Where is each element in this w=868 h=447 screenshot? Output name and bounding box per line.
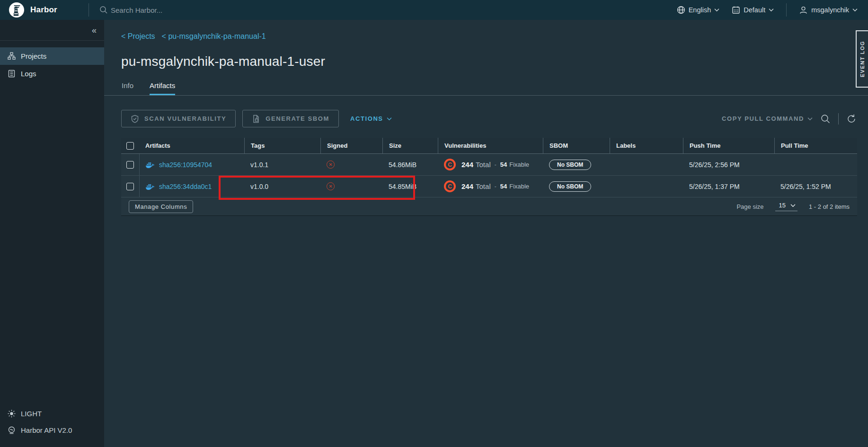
column-header-artifacts[interactable]: Artifacts [139,138,244,153]
tag-cell: v1.0.0 [244,176,320,197]
column-header-size[interactable]: Size [382,138,438,153]
artifacts-table: Artifacts Tags Signed Size Vulnerabiliti… [121,138,857,216]
collapse-sidebar-icon[interactable]: « [92,26,97,35]
filter-search-icon[interactable] [820,114,831,124]
language-label: English [689,6,711,14]
no-sbom-badge[interactable]: No SBOM [549,181,591,192]
vulnerabilities-cell[interactable]: C 244 Total - 54 Fixable [438,154,543,175]
registry-label: Default [744,6,765,14]
projects-icon [8,52,16,60]
artifact-digest-text: sha256:10954704 [159,161,212,169]
sidebar-item-label: Logs [21,70,36,78]
language-menu[interactable]: English [677,6,720,14]
globe-icon [677,6,685,14]
harbor-logo-icon [9,2,25,18]
sidebar-item-label: Projects [21,52,46,60]
registry-icon [732,6,740,14]
topbar-divider [786,3,787,17]
copy-pull-command-button[interactable]: COPY PULL COMMAND [722,115,813,122]
not-signed-icon: ✕ [327,182,335,190]
manage-columns-button[interactable]: Manage Columns [129,200,193,213]
shield-check-icon [131,115,139,123]
row-checkbox[interactable] [126,183,134,190]
page-title: pu-msgalynchik-pa-manual-1-user [104,41,868,69]
docker-whale-icon [146,161,155,169]
tab-info[interactable]: Info [122,81,133,95]
critical-severity-icon: C [444,159,456,170]
search-input[interactable] [111,6,310,14]
labels-cell [610,176,683,197]
table-footer: Manage Columns Page size 15 1 - 2 of 2 i… [121,197,857,216]
search-icon [99,6,108,14]
page-size-label: Page size [736,203,763,210]
harbor-api-link[interactable]: Harbor API V2.0 [0,422,104,438]
vulnerabilities-cell[interactable]: C 244 Total - 54 Fixable [438,176,543,197]
table-header-row: Artifacts Tags Signed Size Vulnerabiliti… [121,138,857,154]
actions-dropdown-button[interactable]: ACTIONS [350,115,392,122]
size-cell: 54.85MiB [382,176,438,197]
sun-icon [8,410,16,418]
generate-sbom-button[interactable]: GENERATE SBOM [242,110,339,127]
vuln-fixable-label: Fixable [509,161,529,168]
table-row: sha256:34dda0c1 v1.0.0 ✕ 54.85MiB C 244 … [121,176,857,197]
api-icon [8,426,16,434]
user-menu[interactable]: msgalynchik [799,6,858,15]
sidebar: « Projects Logs [0,20,104,447]
column-header-tags[interactable]: Tags [244,138,320,153]
vuln-total-count: 244 [461,182,473,190]
global-search [99,6,677,14]
tab-bar: Info Artifacts [104,81,868,96]
copy-pull-command-label: COPY PULL COMMAND [722,115,804,122]
tab-artifacts[interactable]: Artifacts [150,81,175,95]
push-time-cell: 5/26/25, 2:56 PM [683,154,774,175]
refresh-icon[interactable] [846,114,857,124]
chevron-down-icon [852,8,858,12]
column-header-push-time[interactable]: Push Time [683,138,774,153]
chevron-down-icon [769,8,774,12]
theme-label: LIGHT [21,410,42,418]
vuln-fixable-count: 54 [500,161,507,168]
select-all-checkbox[interactable] [126,142,134,150]
chevron-down-icon [807,117,813,121]
sidebar-item-logs[interactable]: Logs [0,65,104,82]
docker-whale-icon [146,183,155,190]
column-header-pull-time[interactable]: Pull Time [774,138,857,153]
column-header-vulnerabilities[interactable]: Vulnerabilities [438,138,543,153]
generate-sbom-label: GENERATE SBOM [266,115,329,122]
breadcrumb-project-link[interactable]: < pu-msgalynchik-pa-manual-1 [162,32,266,41]
api-version-label: Harbor API V2.0 [21,426,72,434]
artifact-digest-text: sha256:34dda0c1 [159,183,212,190]
page-size-select[interactable]: 15 [775,202,797,211]
scan-vulnerability-label: SCAN VULNERABILITY [144,115,226,122]
sidebar-collapse-row: « [0,20,104,41]
vuln-dash: - [495,161,496,168]
push-time-cell: 5/26/25, 1:37 PM [683,176,774,197]
not-signed-icon: ✕ [327,161,335,169]
pagination-range: 1 - 2 of 2 items [809,203,850,210]
column-header-sbom[interactable]: SBOM [543,138,610,153]
labels-cell [610,154,683,175]
event-log-tab[interactable]: EVENT LOG [856,30,868,88]
row-checkbox[interactable] [126,161,134,169]
sidebar-item-projects[interactable]: Projects [0,47,104,65]
tag-cell: v1.0.1 [244,154,320,175]
critical-severity-icon: C [444,180,456,192]
column-header-labels[interactable]: Labels [610,138,683,153]
brand[interactable]: Harbor [0,2,89,18]
artifact-digest-link[interactable]: sha256:34dda0c1 [146,183,212,190]
scan-vulnerability-button[interactable]: SCAN VULNERABILITY [121,110,236,127]
username-label: msgalynchik [811,6,849,14]
breadcrumb-projects-link[interactable]: < Projects [121,32,155,41]
registry-menu[interactable]: Default [732,6,774,14]
vuln-fixable-count: 54 [500,183,507,190]
user-icon [799,6,808,15]
page-size-value: 15 [779,202,786,209]
no-sbom-badge[interactable]: No SBOM [549,160,591,170]
size-cell: 54.86MiB [382,154,438,175]
actions-label: ACTIONS [350,115,383,122]
vuln-total-count: 244 [461,161,473,169]
theme-toggle[interactable]: LIGHT [0,405,104,422]
column-header-signed[interactable]: Signed [320,138,382,153]
artifact-digest-link[interactable]: sha256:10954704 [146,161,212,169]
vuln-total-label: Total [476,182,491,190]
